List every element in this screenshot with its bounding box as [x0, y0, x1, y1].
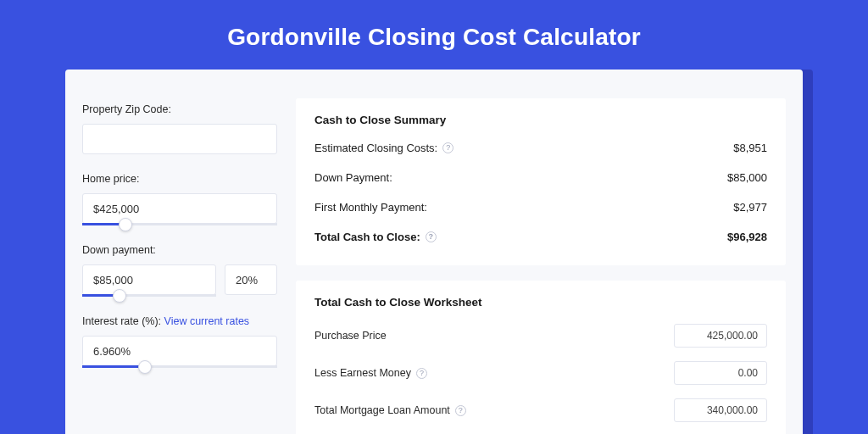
summary-card: Cash to Close Summary Estimated Closing … [296, 98, 786, 265]
home-price-label: Home price: [82, 173, 277, 185]
summary-estimated-costs-label: Estimated Closing Costs: [314, 142, 437, 154]
results-column: Cash to Close Summary Estimated Closing … [296, 98, 786, 434]
summary-row-estimated-costs: Estimated Closing Costs: ? $8,951 [314, 142, 767, 154]
home-price-slider-box [82, 193, 277, 225]
summary-down-payment-label: Down Payment: [314, 171, 392, 184]
zip-field: Property Zip Code: [82, 103, 277, 154]
worksheet-mortgage-loan-input[interactable] [674, 398, 767, 422]
help-icon[interactable]: ? [455, 405, 466, 416]
help-icon[interactable]: ? [416, 368, 427, 379]
interest-rate-slider-box [82, 336, 277, 368]
worksheet-mortgage-loan-label: Total Mortgage Loan Amount [314, 404, 450, 416]
worksheet-title: Total Cash to Close Worksheet [314, 296, 767, 309]
zip-input[interactable] [82, 124, 277, 154]
home-price-slider-thumb[interactable] [119, 218, 132, 231]
calculator-container: Property Zip Code: Home price: Down paym… [65, 70, 803, 434]
summary-estimated-costs-value: $8,951 [733, 142, 767, 154]
summary-title: Cash to Close Summary [314, 114, 767, 126]
page-title: Gordonville Closing Cost Calculator [0, 0, 868, 70]
down-payment-slider[interactable] [82, 294, 216, 297]
down-payment-field: Down payment: [82, 244, 277, 297]
interest-rate-slider[interactable] [82, 365, 277, 368]
interest-rate-slider-thumb[interactable] [138, 360, 152, 374]
worksheet-purchase-price-input[interactable] [674, 324, 767, 348]
summary-total-label: Total Cash to Close: [314, 231, 420, 243]
worksheet-row-earnest-money: Less Earnest Money ? [314, 361, 767, 385]
down-payment-slider-box [82, 264, 216, 297]
interest-rate-label: Interest rate (%): [82, 315, 161, 327]
worksheet-row-purchase-price: Purchase Price [314, 324, 767, 348]
view-rates-link[interactable]: View current rates [164, 315, 250, 327]
summary-first-monthly-value: $2,977 [733, 201, 767, 214]
help-icon[interactable]: ? [442, 142, 453, 153]
worksheet-earnest-money-input[interactable] [674, 361, 767, 385]
inputs-column: Property Zip Code: Home price: Down paym… [82, 98, 277, 434]
summary-row-total: Total Cash to Close: ? $96,928 [314, 231, 767, 243]
zip-label: Property Zip Code: [82, 103, 277, 115]
down-payment-input[interactable] [82, 264, 216, 295]
home-price-slider[interactable] [82, 223, 277, 225]
down-payment-slider-thumb[interactable] [113, 289, 126, 303]
interest-rate-input[interactable] [82, 336, 277, 366]
summary-row-first-monthly: First Monthly Payment: $2,977 [314, 201, 767, 214]
summary-down-payment-value: $85,000 [727, 171, 767, 184]
down-payment-pct-input[interactable] [225, 264, 277, 295]
home-price-input[interactable] [82, 193, 277, 224]
calculator-panel: Property Zip Code: Home price: Down paym… [65, 70, 803, 434]
worksheet-card: Total Cash to Close Worksheet Purchase P… [296, 281, 786, 434]
down-payment-label: Down payment: [82, 244, 277, 256]
interest-rate-slider-fill [82, 365, 145, 368]
worksheet-row-mortgage-loan: Total Mortgage Loan Amount ? [314, 398, 767, 422]
interest-rate-label-row: Interest rate (%): View current rates [82, 315, 277, 327]
home-price-field: Home price: [82, 173, 277, 225]
interest-rate-field: Interest rate (%): View current rates [82, 315, 277, 368]
summary-total-value: $96,928 [727, 231, 767, 243]
help-icon[interactable]: ? [426, 231, 437, 242]
summary-row-down-payment: Down Payment: $85,000 [314, 171, 767, 184]
worksheet-earnest-money-label: Less Earnest Money [314, 367, 411, 379]
summary-first-monthly-label: First Monthly Payment: [314, 201, 427, 214]
worksheet-purchase-price-label: Purchase Price [314, 330, 387, 342]
